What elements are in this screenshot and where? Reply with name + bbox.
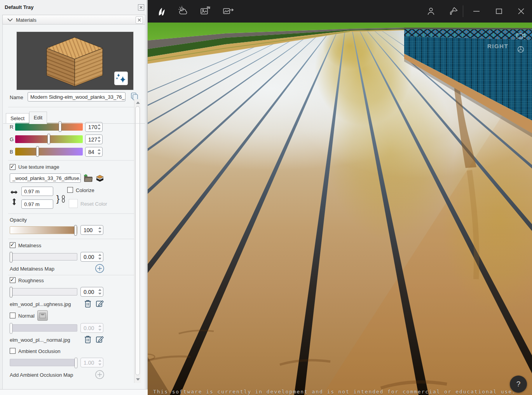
normal-slider-handle: [10, 323, 12, 334]
texture-width-input[interactable]: 0.97 m: [21, 187, 53, 196]
b-slider[interactable]: [15, 148, 83, 156]
opacity-slider[interactable]: [10, 226, 77, 234]
roughness-spinner[interactable]: [97, 288, 102, 295]
normal-spinner: [97, 324, 102, 332]
divider: [8, 213, 137, 214]
ambient-occlusion-slider-handle: [75, 358, 77, 368]
close-window-button[interactable]: [513, 3, 530, 20]
normal-map-preview-button[interactable]: [37, 310, 48, 321]
open-folder-icon[interactable]: [84, 174, 93, 182]
tab-select[interactable]: Select: [6, 113, 29, 124]
r-spinner[interactable]: [96, 123, 101, 131]
material-preview: [16, 31, 134, 90]
link-brace: }: [56, 193, 59, 204]
close-icon: [136, 17, 143, 23]
roughness-value-input[interactable]: 0.00: [80, 287, 103, 297]
use-texture-checkbox[interactable]: [10, 164, 16, 170]
tray-scrollbar[interactable]: [134, 99, 141, 383]
user-icon: [426, 6, 436, 16]
toolbar-separator: [463, 5, 463, 17]
metalness-checkbox[interactable]: [10, 242, 16, 248]
opacity-value-input[interactable]: 100: [80, 225, 103, 235]
scrollbar-thumb[interactable]: [135, 106, 140, 375]
ambient-occlusion-spinner: [97, 359, 102, 366]
roughness-checkbox[interactable]: [10, 277, 16, 283]
help-button[interactable]: ?: [510, 376, 527, 393]
texture-library-icon[interactable]: [96, 173, 105, 182]
chevron-down-icon: [7, 18, 13, 22]
maximize-button[interactable]: [490, 3, 508, 20]
normal-value-input: 0.00: [80, 323, 103, 333]
g-value-input[interactable]: 127: [85, 135, 103, 144]
add-ambient-occlusion-map-button[interactable]: [95, 370, 105, 379]
ambient-occlusion-slider: [10, 359, 77, 366]
roughness-slider-handle[interactable]: [10, 287, 12, 297]
metalness-spinner[interactable]: [97, 253, 102, 260]
delete-roughness-map-icon[interactable]: [84, 299, 92, 308]
ambient-occlusion-checkbox[interactable]: [10, 348, 16, 354]
metalness-slider[interactable]: [10, 253, 77, 260]
edit-normal-map-icon[interactable]: [96, 335, 105, 344]
divider: [8, 275, 137, 275]
texture-filename-input[interactable]: _wood_planks_33_76_diffuse.jpg: [10, 173, 81, 183]
b-value-input[interactable]: 84: [85, 147, 103, 157]
opacity-spinner[interactable]: [97, 226, 102, 234]
export-image-button[interactable]: [220, 3, 237, 20]
account-button[interactable]: [422, 3, 440, 20]
name-label: Name: [10, 94, 23, 100]
materials-section-header[interactable]: Materials: [2, 15, 145, 24]
materials-close-button[interactable]: [136, 16, 143, 24]
scene-3d-view[interactable]: RIGHT: [148, 23, 532, 395]
normal-checkbox[interactable]: [10, 313, 16, 318]
chain-link-icon[interactable]: [61, 195, 66, 203]
roughness-map-filename: elm_wood_pl...ughness.jpg: [10, 301, 71, 307]
scroll-up-icon[interactable]: [136, 101, 140, 104]
reset-color-swatch[interactable]: [69, 199, 78, 208]
g-spinner[interactable]: [96, 136, 101, 143]
tab-edit[interactable]: Edit: [29, 112, 47, 124]
g-slider[interactable]: [15, 135, 83, 143]
edit-roughness-map-icon[interactable]: [96, 299, 105, 308]
style-tool-button[interactable]: [153, 3, 170, 20]
opacity-slider-handle[interactable]: [74, 225, 77, 236]
r-label: R: [10, 124, 13, 130]
environment-tool-button[interactable]: [175, 3, 192, 20]
reset-color-button[interactable]: Reset Color: [80, 201, 107, 207]
roughness-slider[interactable]: [10, 288, 77, 295]
tray-bottom-strip: [0, 389, 148, 395]
viewport-toolbar: [148, 0, 532, 23]
colorize-label: Colorize: [76, 187, 94, 193]
divider: [8, 239, 137, 239]
tray-close-button[interactable]: [138, 4, 144, 10]
metalness-value-input[interactable]: 0.00: [80, 252, 103, 262]
minimize-button[interactable]: [468, 3, 485, 20]
ambient-occlusion-label: Ambient Occlusion: [18, 348, 60, 354]
generate-preview-button[interactable]: [114, 72, 128, 85]
normal-map-thumb-icon: [38, 311, 47, 320]
scroll-down-icon[interactable]: [136, 378, 140, 381]
delete-normal-map-icon[interactable]: [84, 335, 92, 344]
face-watermark: RIGHT: [487, 43, 508, 49]
viewport[interactable]: RIGHT: [148, 0, 532, 395]
r-slider[interactable]: [15, 123, 83, 131]
texture-height-input[interactable]: 0.97 m: [21, 199, 53, 209]
image-adjust-icon: [200, 6, 211, 17]
ambient-occlusion-value-input: 1.00: [80, 358, 103, 367]
colorize-checkbox[interactable]: [67, 187, 73, 193]
add-metalness-map-button[interactable]: [95, 264, 105, 273]
sparkles-icon: [115, 72, 127, 84]
g-slider-handle[interactable]: [47, 134, 50, 144]
add-metalness-map-label: Add Metalness Map: [10, 266, 54, 272]
tray-title: Default Tray: [5, 4, 33, 10]
pin-tray-button[interactable]: [445, 3, 462, 20]
b-slider-handle[interactable]: [36, 146, 39, 157]
metalness-slider-handle[interactable]: [10, 252, 12, 262]
image-settings-button[interactable]: [197, 3, 214, 20]
material-name-input[interactable]: Modern Siding-elm_wood_planks_33_76_1K: [28, 92, 126, 101]
minimize-icon: [472, 7, 481, 16]
metalness-label: Metalness: [18, 243, 41, 248]
close-icon: [138, 5, 144, 10]
b-spinner[interactable]: [96, 148, 101, 156]
divider: [8, 160, 137, 161]
texture-width-icon: [10, 190, 17, 194]
